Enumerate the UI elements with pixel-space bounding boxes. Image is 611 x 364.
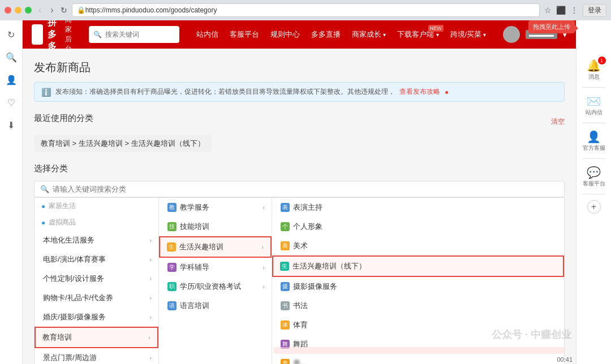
notif-station[interactable]: ✉️ 站内信 <box>580 91 608 119</box>
sidebar-divider2 <box>583 123 605 123</box>
maximize-button[interactable] <box>25 7 32 14</box>
refresh-button[interactable]: ↻ <box>61 6 67 15</box>
service-label: 客服平台 <box>583 180 605 187</box>
section-row: 最近使用的分类 清空 <box>34 113 565 131</box>
cat-icon-career: 职 <box>167 282 177 291</box>
category-col-2: 教 教学服务 › 技 技能培训 生 生活兴趣培训 › <box>159 198 272 364</box>
cat-icon-language: 语 <box>167 301 177 310</box>
search-cat-icon: 🔍 <box>40 185 49 193</box>
sidebar-search-icon[interactable]: 🔍 <box>3 49 20 66</box>
nav-item-download[interactable]: 下载客户端 NEW <box>391 29 445 40</box>
nav-item-service[interactable]: 客服平台 <box>224 29 265 40</box>
official-icon: 👤 <box>587 130 601 144</box>
cat-item-wedding[interactable]: 婚庆/摄影/摄像服务 › <box>35 307 158 327</box>
nav-subtitle: 商家后台 <box>65 20 78 54</box>
nav-menu: 站内信 客服平台 规则中心 多多直播 商家成长 下载客户端 NEW 跨境/买菜 <box>191 29 492 40</box>
notif-official[interactable]: 👤 官方客服 <box>580 127 608 155</box>
back-button[interactable]: ‹ <box>36 4 44 16</box>
star-icon[interactable]: ☆ <box>544 6 552 15</box>
cat-item-performance[interactable]: 表 表演主持 <box>272 198 564 217</box>
cat-item-skill[interactable]: 技 技能培训 <box>159 217 272 236</box>
sidebar-divider <box>583 87 605 88</box>
notice-link[interactable]: 查看发布攻略 <box>399 87 440 97</box>
cat-item-photo[interactable]: 摄 摄影摄像服务 <box>272 277 564 296</box>
sidebar-refresh-icon[interactable]: ↻ <box>3 26 20 43</box>
login-button[interactable]: 登录 <box>583 4 606 17</box>
user-avatar[interactable] <box>503 26 520 43</box>
time-display: 00:41 <box>557 356 573 363</box>
info-icon: ℹ️ <box>41 88 51 97</box>
cat-icon-sports: 体 <box>281 320 290 330</box>
cat-item-calligraphy[interactable]: 书 书法 <box>272 296 564 315</box>
sidebar-divider4 <box>583 194 605 194</box>
sidebar-download-icon[interactable]: ⬇ <box>3 116 20 133</box>
left-sidebar: ↻ 🔍 👤 ♡ ⬇ <box>0 20 23 364</box>
forward-button[interactable]: › <box>48 4 55 16</box>
sidebar-heart-icon[interactable]: ♡ <box>3 94 20 111</box>
nav-item-station[interactable]: 站内信 <box>191 29 224 40</box>
cat-icon-skill: 技 <box>167 222 177 231</box>
cat-icon-life: 生 <box>167 242 176 252</box>
clear-link[interactable]: 清空 <box>551 117 565 127</box>
cat-icon-life-offline: 生 <box>280 262 289 271</box>
cat-item-teaching[interactable]: 教 教学服务 › <box>159 198 272 217</box>
cat-icon-teaching: 教 <box>167 203 177 212</box>
recent-breadcrumb[interactable]: 教育培训 > 生活兴趣培训 > 生活兴趣培训（线下） <box>34 135 212 152</box>
extensions-icon[interactable]: ⬛ <box>556 6 566 15</box>
browser-icons: ☆ ⬛ ⋮ 登录 <box>544 4 606 17</box>
notice-text: 发布须知：准确选择类目有利于商品曝光，促进转化；若错放类目目将导致流量降权或下架… <box>55 87 395 97</box>
notif-message[interactable]: 1 🔔 消息 <box>580 55 608 84</box>
sidebar-divider3 <box>583 158 605 159</box>
cat-item-art[interactable]: 美 美术 <box>272 236 564 255</box>
cat-item-image[interactable]: 个 个人形象 <box>272 217 564 236</box>
station-label: 站内信 <box>586 109 603 116</box>
cat-item-ticket[interactable]: 景点门票/周边游 › <box>35 348 158 364</box>
message-badge: 1 <box>598 57 606 64</box>
cat-arrow: › <box>148 334 150 341</box>
minimize-button[interactable] <box>15 7 21 14</box>
choose-section: 选择分类 🔍 ● 家居生活 ● <box>34 163 565 364</box>
cat-item-career[interactable]: 职 学历/职业资格考试 › <box>159 277 272 296</box>
category-panel: ● 家居生活 ● 虚拟商品 本地化生活服务 › 电影/演出/体育赛事 <box>34 197 565 364</box>
close-button[interactable] <box>5 7 11 14</box>
cat-icon-photo: 摄 <box>281 282 290 291</box>
cat-item-dance[interactable]: 舞 舞蹈 ▬▬▬▬ <box>272 335 564 354</box>
top-search-box[interactable]: 🔍 <box>89 26 179 43</box>
category-col-3: 表 表演主持 个 个人形象 美 美术 生 生活兴 <box>272 198 564 364</box>
menu-icon[interactable]: ⋮ <box>570 6 578 15</box>
content-area: 🛍 拼多多 商家后台 🔍 站内信 客服平台 规则中心 多多直播 商家成长 下载客… <box>23 20 576 364</box>
nav-item-live[interactable]: 多多直播 <box>306 29 346 40</box>
address-bar[interactable]: 🔒 https://mms.pinduoduo.com/goods/catego… <box>72 3 540 17</box>
cat-item-card[interactable]: 购物卡/礼品卡/代金券 › <box>35 288 158 307</box>
notice-bar: ℹ️ 发布须知：准确选择类目有利于商品曝光，促进转化；若错放类目目将导致流量降权… <box>34 82 565 102</box>
cat-item-education[interactable]: 教育培训 › <box>35 327 158 348</box>
notice-dot: ● <box>445 88 449 96</box>
add-button[interactable]: + <box>587 200 601 214</box>
nav-item-cross[interactable]: 跨境/买菜 <box>445 29 492 40</box>
choose-title: 选择分类 <box>34 163 565 174</box>
search-category-input[interactable] <box>53 185 558 193</box>
cat-item-subject[interactable]: 学 学科辅导 › <box>159 258 272 277</box>
cat-item-raise[interactable]: 养 养... <box>272 354 564 364</box>
cat-item-movie[interactable]: 电影/演出/体育赛事 › <box>35 250 158 269</box>
cat-arrow: › <box>149 256 152 263</box>
recent-path-text: 教育培训 > 生活兴趣培训 > 生活兴趣培训（线下） <box>41 139 205 148</box>
cat-item-life-interest[interactable]: 生 生活兴趣培训 › <box>159 236 272 258</box>
sidebar-user-icon[interactable]: 👤 <box>3 71 20 88</box>
nav-item-growth[interactable]: 商家成长 <box>346 29 391 40</box>
cat-item-life-offline[interactable]: 生 生活兴趣培训（线下） <box>272 255 564 277</box>
cat-group-home: ● 家居生活 <box>35 198 158 214</box>
nav-item-rules[interactable]: 规则中心 <box>265 29 306 40</box>
cat-item-sports[interactable]: 体 体育 <box>272 315 564 335</box>
recent-section: 最近使用的分类 清空 教育培训 > 生活兴趣培训 > 生活兴趣培训（线下） <box>34 113 565 152</box>
logo-area: 🛍 拼多多 商家后台 <box>32 20 78 54</box>
notif-service[interactable]: 💬 客服平台 <box>580 162 608 190</box>
official-label: 官方客服 <box>583 145 605 151</box>
top-search-input[interactable] <box>105 31 179 38</box>
cat-group-virtual: ● 虚拟商品 <box>35 214 158 231</box>
cat-item-local[interactable]: 本地化生活服务 › <box>35 231 158 250</box>
search-category-box[interactable]: 🔍 <box>34 181 565 197</box>
cat-icon-art: 美 <box>281 241 290 250</box>
cat-item-custom[interactable]: 个性定制/设计服务 › <box>35 269 158 288</box>
cat-item-language[interactable]: 语 语言培训 <box>159 296 272 315</box>
